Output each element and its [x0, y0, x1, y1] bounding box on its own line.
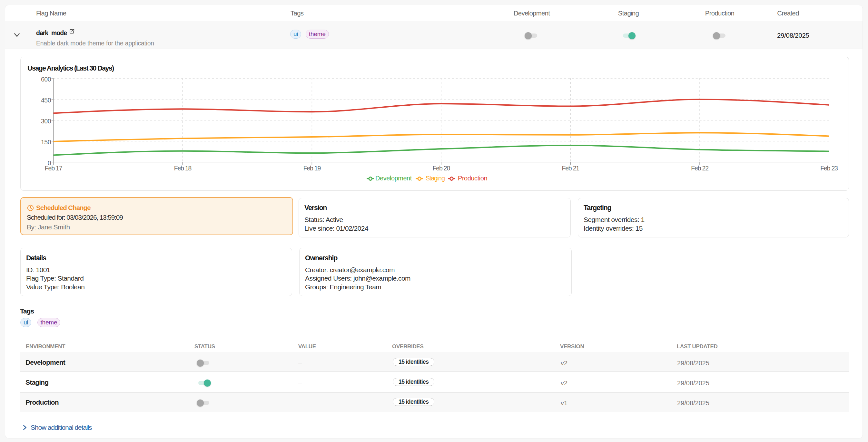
svg-text:600: 600 [41, 76, 51, 83]
svg-text:Feb 18: Feb 18 [174, 165, 191, 172]
svg-text:Feb 19: Feb 19 [303, 165, 321, 172]
svg-text:150: 150 [41, 139, 51, 146]
svg-text:Feb 20: Feb 20 [433, 165, 451, 172]
svg-text:Development: Development [375, 175, 412, 182]
svg-text:Feb 22: Feb 22 [691, 165, 708, 172]
svg-text:Feb 21: Feb 21 [562, 165, 579, 172]
svg-text:Production: Production [458, 175, 487, 182]
svg-text:300: 300 [41, 117, 51, 125]
svg-text:Feb 23: Feb 23 [820, 165, 838, 172]
svg-text:Staging: Staging [426, 175, 445, 182]
svg-text:Feb 17: Feb 17 [45, 165, 62, 172]
svg-text:450: 450 [41, 97, 51, 104]
